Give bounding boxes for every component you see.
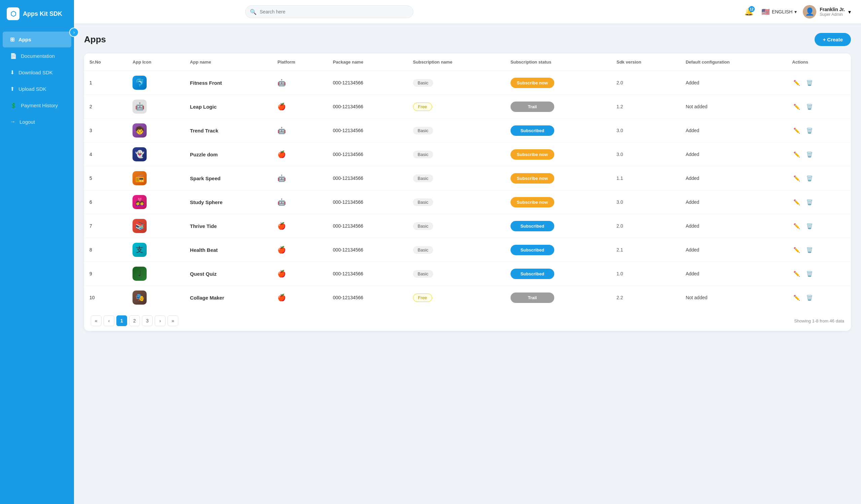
edit-button[interactable]: ✏️ (792, 173, 802, 183)
page-title: Apps (84, 34, 106, 45)
cell-sr: 3 (84, 119, 127, 142)
cell-status: Subscribed (505, 214, 611, 238)
cell-sub-name: Basic (408, 190, 505, 214)
sidebar-nav: ⊞ Apps📄 Documentation⬇ Download SDK⬆ Upl… (0, 28, 74, 504)
status-button[interactable]: Subscribe now (510, 197, 554, 208)
cell-sr: 6 (84, 190, 127, 214)
edit-button[interactable]: ✏️ (792, 293, 802, 302)
sidebar-item-documentation[interactable]: 📄 Documentation (3, 48, 71, 64)
delete-button[interactable]: 🗑️ (805, 126, 814, 135)
status-button[interactable]: Subscribe now (510, 149, 554, 160)
user-profile[interactable]: 👤 Franklin Jr. Super Admin ▾ (803, 5, 851, 18)
edit-button[interactable]: ✏️ (792, 269, 802, 278)
action-buttons: ✏️ 🗑️ (792, 221, 846, 230)
delete-button[interactable]: 🗑️ (805, 78, 814, 87)
cell-package: 000-12134566 (328, 286, 408, 310)
cell-package: 000-12134566 (328, 214, 408, 238)
edit-button[interactable]: ✏️ (792, 102, 802, 111)
cell-status: Trail (505, 286, 611, 310)
sidebar-label-documentation: Documentation (21, 53, 55, 59)
cell-sr: 8 (84, 238, 127, 262)
action-buttons: ✏️ 🗑️ (792, 269, 846, 278)
pagination-page-1[interactable]: 1 (117, 316, 127, 326)
col-sdk-version: Sdk version (611, 54, 680, 71)
edit-button[interactable]: ✏️ (792, 126, 802, 135)
cell-sdk: 3.0 (611, 119, 680, 142)
app-name-text: Leap Logic (190, 104, 217, 110)
cell-package: 000-12134566 (328, 166, 408, 190)
default-config: Added (686, 176, 699, 181)
delete-button[interactable]: 🗑️ (805, 245, 814, 254)
header-actions: 🔔 12 🇺🇸 ENGLISH ▾ 👤 Franklin Jr. Super A… (743, 5, 851, 18)
delete-button[interactable]: 🗑️ (805, 221, 814, 230)
cell-sub-name: Basic (408, 238, 505, 262)
pagination-prev[interactable]: ‹ (104, 316, 114, 326)
sidebar-item-payment-history[interactable]: 💲 Payment History (3, 98, 71, 113)
cell-sr: 7 (84, 214, 127, 238)
action-buttons: ✏️ 🗑️ (792, 102, 846, 111)
pagination-last[interactable]: » (167, 316, 178, 326)
col-subscription-name: Subscription name (408, 54, 505, 71)
delete-button[interactable]: 🗑️ (805, 102, 814, 111)
col-app-icon: App Icon (127, 54, 184, 71)
cell-platform: 🍎 (272, 95, 328, 119)
subscription-badge: Basic (413, 246, 433, 254)
edit-button[interactable]: ✏️ (792, 221, 802, 230)
edit-button[interactable]: ✏️ (792, 197, 802, 207)
delete-button[interactable]: 🗑️ (805, 150, 814, 159)
pagination-page-2[interactable]: 2 (129, 316, 140, 326)
status-button[interactable]: Subscribed (510, 269, 554, 279)
sidebar-label-payment-history: Payment History (21, 102, 58, 108)
cell-sdk: 1.2 (611, 95, 680, 119)
status-button[interactable]: Subscribe now (510, 173, 554, 184)
apps-icon: ⊞ (10, 36, 14, 43)
sidebar-item-upload-sdk[interactable]: ⬆ Upload SDK (3, 81, 71, 97)
sidebar-expand-button[interactable]: › (69, 28, 79, 37)
edit-button[interactable]: ✏️ (792, 78, 802, 87)
action-buttons: ✏️ 🗑️ (792, 293, 846, 302)
col-package-name: Package name (328, 54, 408, 71)
sdk-version: 3.0 (616, 199, 623, 205)
sidebar-item-apps[interactable]: ⊞ Apps (3, 32, 71, 47)
chevron-down-icon: ▾ (794, 9, 797, 14)
default-config: Added (686, 271, 699, 276)
delete-button[interactable]: 🗑️ (805, 197, 814, 207)
table-body: 1 🐬 Fitness Front 🤖 000-12134566 Basic S… (84, 71, 851, 310)
cell-actions: ✏️ 🗑️ (787, 71, 851, 95)
status-button[interactable]: Trail (510, 101, 554, 112)
default-config: Not added (686, 104, 708, 109)
status-button[interactable]: Subscribed (510, 125, 554, 136)
create-button[interactable]: + Create (815, 33, 851, 46)
status-button[interactable]: Trail (510, 293, 554, 303)
edit-button[interactable]: ✏️ (792, 150, 802, 159)
status-button[interactable]: Subscribe now (510, 78, 554, 88)
delete-button[interactable]: 🗑️ (805, 173, 814, 183)
cell-config: Added (680, 71, 787, 95)
action-buttons: ✏️ 🗑️ (792, 245, 846, 254)
sidebar-item-logout[interactable]: → Logout (3, 114, 71, 129)
sidebar-label-download-sdk: Download SDK (18, 70, 53, 75)
sidebar-label-upload-sdk: Upload SDK (18, 86, 46, 92)
pagination-page-3[interactable]: 3 (142, 316, 153, 326)
search-input[interactable] (245, 5, 413, 18)
app-icon: 👩‍❤️‍👩 (133, 195, 147, 209)
app-icon: 👻 (133, 147, 147, 162)
delete-button[interactable]: 🗑️ (805, 269, 814, 278)
pagination-first[interactable]: « (91, 316, 101, 326)
cell-sdk: 1.1 (611, 166, 680, 190)
delete-button[interactable]: 🗑️ (805, 293, 814, 302)
cell-actions: ✏️ 🗑️ (787, 119, 851, 142)
status-button[interactable]: Subscribed (510, 221, 554, 231)
edit-button[interactable]: ✏️ (792, 245, 802, 254)
cell-name: Study Sphere (184, 190, 272, 214)
cell-sub-name: Basic (408, 119, 505, 142)
cell-config: Added (680, 238, 787, 262)
sidebar-item-download-sdk[interactable]: ⬇ Download SDK (3, 65, 71, 80)
ios-icon: 🍎 (277, 103, 286, 110)
pagination-next[interactable]: › (155, 316, 165, 326)
language-selector[interactable]: 🇺🇸 ENGLISH ▾ (762, 8, 797, 16)
default-config: Added (686, 199, 699, 205)
notification-button[interactable]: 🔔 12 (743, 5, 755, 18)
cell-icon: 🐬 (127, 71, 184, 95)
status-button[interactable]: Subscribed (510, 245, 554, 255)
